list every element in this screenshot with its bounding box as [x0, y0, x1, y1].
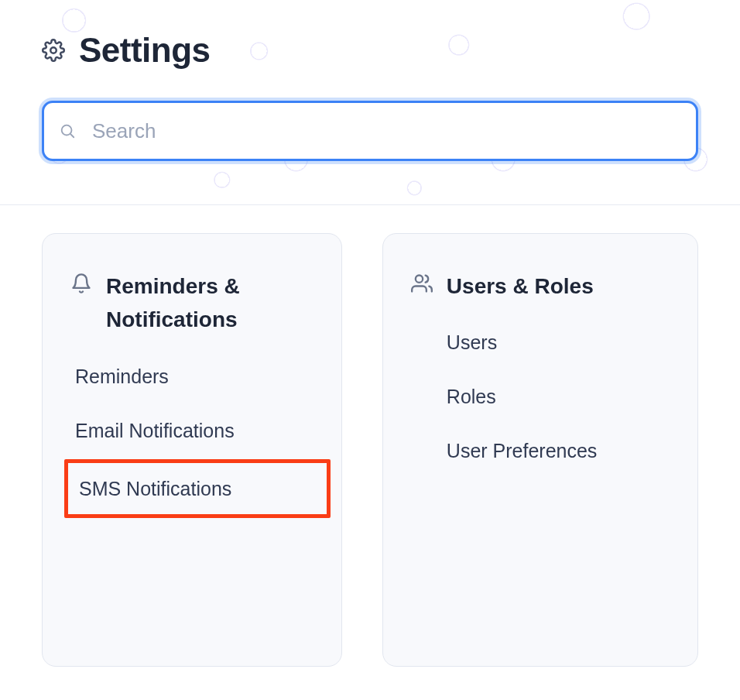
card-link-list: Reminders Email Notifications SMS Notifi…	[70, 365, 313, 504]
search-icon	[59, 122, 76, 139]
svg-line-2	[70, 134, 74, 137]
page-header: Settings	[0, 0, 740, 205]
link-roles[interactable]: Roles	[447, 385, 496, 408]
link-users[interactable]: Users	[447, 331, 497, 354]
card-reminders-notifications: Reminders & Notifications Reminders Emai…	[42, 233, 342, 667]
card-header: Users & Roles	[411, 269, 670, 303]
svg-point-0	[50, 47, 57, 53]
card-header: Reminders & Notifications	[70, 269, 313, 337]
link-sms-notifications[interactable]: SMS Notifications	[79, 478, 231, 499]
svg-point-1	[62, 125, 72, 136]
svg-point-3	[416, 276, 423, 283]
card-link-list: Users Roles User Preferences	[411, 331, 670, 462]
content-area: Reminders & Notifications Reminders Emai…	[0, 205, 740, 695]
card-title: Reminders & Notifications	[106, 269, 313, 337]
card-users-roles: Users & Roles Users Roles User Preferenc…	[382, 233, 698, 667]
title-row: Settings	[42, 31, 698, 70]
search-field-wrap	[42, 101, 698, 161]
link-user-preferences[interactable]: User Preferences	[447, 439, 598, 462]
users-icon	[411, 273, 433, 294]
gear-icon	[42, 39, 65, 62]
card-title: Users & Roles	[447, 269, 594, 303]
search-input[interactable]	[42, 101, 698, 161]
link-email-notifications[interactable]: Email Notifications	[75, 419, 235, 442]
page-title: Settings	[79, 31, 211, 70]
highlight-annotation: SMS Notifications	[64, 459, 331, 518]
link-reminders[interactable]: Reminders	[75, 365, 169, 388]
bell-icon	[70, 273, 92, 294]
